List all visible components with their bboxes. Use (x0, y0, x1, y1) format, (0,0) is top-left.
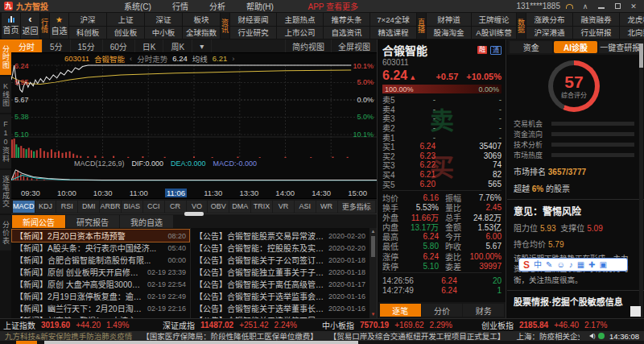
toolbar-button[interactable]: 王牌缠论 (472, 13, 516, 26)
indicator-tab[interactable]: ASI (295, 201, 316, 213)
toolbar-button[interactable]: 推荐头条 (324, 13, 369, 26)
news-scrollbar[interactable]: ▲ ▼ (369, 228, 377, 318)
favorites-button[interactable]: ★ 自选 (50, 13, 68, 39)
taskbar-app-indicator[interactable] (16, 341, 37, 344)
home-button[interactable]: 首页 (2, 13, 20, 39)
view-tab[interactable]: 逐笔成交 (0, 170, 11, 213)
toolbar-button[interactable]: 涨跌分布 (526, 13, 572, 26)
macd-pane[interactable] (11, 168, 377, 187)
green-status-icon[interactable] (598, 333, 605, 339)
quote-tab[interactable]: 财务 (463, 304, 504, 317)
announcement-item[interactable]: 【公告】合锻智能关于选举董事长及... 2020-01-16 (192, 302, 369, 314)
indicator-tab[interactable]: VR (273, 201, 294, 213)
indicator-tab[interactable]: DMA (229, 201, 250, 213)
toolbar-button[interactable]: 上市公司 (277, 27, 323, 39)
news-tab[interactable]: 新闻公告 (12, 215, 65, 228)
minimize-icon[interactable] (595, 2, 608, 10)
prev-stock-icon[interactable]: ‹ (130, 54, 132, 63)
ime-logo-icon[interactable]: S (523, 259, 530, 271)
scroll-down-icon[interactable]: ▼ (371, 312, 376, 317)
collapse-icon[interactable]: ∧ (579, 2, 592, 10)
ticker-item[interactable]: 【国家医疗保障局：阶段性降低职工医保单位缴费】 (142, 331, 318, 341)
index-quote[interactable]: 创业板指 2185.84 +46.40 2.17% (481, 319, 641, 331)
announcement-item[interactable]: 【公告】合锻智能：控股股东及实际... 2020-02-20 (192, 242, 369, 254)
toolbar-button[interactable]: 龙虎榜单 (620, 13, 644, 26)
toolbar-button[interactable]: 科创板 (69, 27, 106, 39)
quote-tab[interactable]: 分价 (422, 304, 463, 317)
restore-icon[interactable] (611, 2, 624, 10)
toolbar-button[interactable]: 自选资讯 (324, 27, 369, 39)
ticker-item[interactable]: 上海：防疫相关企业申请均可随时申请随时受理。 (516, 331, 580, 341)
news-item[interactable]: 【新闻】原创 创业板明天开启修复行... 02-19 23:39 (12, 266, 189, 278)
ai-tab[interactable]: AI诊股 (554, 41, 597, 53)
ime-tool-icon[interactable]: ▣ (599, 261, 606, 269)
news-item[interactable]: 【新闻】幽兰行天下：2月20日淘金早参 02-19 22:16 (12, 302, 189, 314)
toolbar-button[interactable]: A股训练营 (472, 27, 516, 39)
period-tab[interactable]: 60分 (103, 39, 135, 52)
ai-scrollbar[interactable] (639, 40, 643, 317)
announcement-item[interactable]: 【公告】合锻智能股票交易异常波动公告 2020-02-20 (192, 230, 369, 242)
indicator-tab[interactable]: CCI (143, 201, 164, 213)
toolbar-button[interactable]: 7×24全球 (370, 13, 416, 26)
toolbar-button[interactable]: 行业研究 (230, 27, 276, 39)
toolbar-button[interactable]: 沪深 (69, 13, 106, 26)
quote-tab[interactable]: 逐笔 (380, 304, 421, 317)
indicator-tab[interactable]: CR (165, 201, 186, 213)
scroll-up-icon[interactable]: ▲ (371, 229, 376, 234)
toolbar-button[interactable]: 全球指数 (183, 27, 220, 39)
toolbar-button[interactable]: 深证 (145, 13, 182, 26)
toolbar-button[interactable]: 板块 (183, 13, 220, 26)
ai-scroll-thumb[interactable] (639, 44, 643, 68)
announcement-item[interactable]: 【公告】合锻智能独立董事关于子公... 2020-01-18 (192, 266, 369, 278)
ai-tab[interactable]: 一键查研报 (599, 41, 642, 53)
menu-item[interactable]: 系统(C) (124, 0, 151, 12)
view-tab[interactable]: 分时图 (0, 39, 11, 75)
indicator-tab[interactable]: OBV (208, 201, 229, 213)
toolbar-button[interactable]: 股海淘金 (427, 27, 471, 39)
toolbar-button[interactable]: 财经要闻 (230, 13, 276, 26)
news-item[interactable]: 【新闻】2月19日涨停板复盘：逾万亿... 02-19 22:49 (12, 290, 189, 302)
period-tab[interactable]: 15分 (71, 39, 103, 52)
scroll-thumb[interactable] (371, 236, 375, 257)
news-tab[interactable]: 研究报告 (66, 215, 119, 228)
indicator-tab[interactable]: TRIX (251, 201, 272, 213)
indicator-tab[interactable]: VO (187, 201, 208, 213)
ime-tool-icon[interactable]: 中 (534, 261, 542, 269)
announcement-item[interactable]: 【公告】合锻智能关于选举监事会主... 2020-01-16 (192, 290, 369, 302)
news-tab[interactable]: 我的自选 (120, 215, 173, 228)
period-tab[interactable]: 周K (163, 39, 192, 52)
ai-tab[interactable]: 资金 (510, 41, 552, 53)
toolbar-button[interactable]: 沪深港通 (526, 27, 572, 39)
close-icon[interactable]: ✕ (627, 2, 640, 10)
indicator-tab[interactable]: WR (316, 201, 337, 213)
toolbar-button[interactable]: 创业板 (107, 27, 144, 39)
intraday-chart[interactable]: 6.24 5.95 5.67 5.38 5.10 10.1% 5.0% 0.0%… (11, 64, 377, 159)
ime-tool-icon[interactable]: ✎ (546, 261, 552, 269)
period-tab[interactable]: ▾ (192, 39, 212, 52)
ime-tool-icon[interactable]: ▦ (577, 261, 584, 269)
news-item[interactable]: 【新闻】A股头条：央行表示中国经济... 05:40 (12, 242, 189, 254)
view-tab[interactable]: 分价表 (0, 215, 11, 251)
toolbar-button[interactable]: 中小板 (145, 27, 182, 39)
index-quote[interactable]: 深证成指 11487.02 +251.42 2.24% (163, 319, 322, 331)
news-item[interactable]: 【新闻】合肥合锻智能制造股份有限... 00:00 (12, 254, 189, 266)
pane-resize-handle[interactable] (184, 212, 204, 216)
indicator-tab[interactable]: BIAS (122, 201, 142, 213)
index-quote[interactable]: 上证指数 3019.60 +44.20 1.49% (3, 319, 163, 331)
view-tab[interactable]: F10资料 (0, 114, 11, 168)
simple-view-button[interactable]: 简约视图 (285, 39, 331, 52)
indicator-tab[interactable]: KDJ (35, 201, 56, 213)
indicator-tab[interactable]: 更多指标 (338, 201, 376, 213)
speaker-icon[interactable] (589, 334, 593, 338)
toolbar-button[interactable]: 精选课程 (370, 27, 416, 39)
ime-tool-icon[interactable]: ♪ (569, 261, 573, 269)
ime-toolbar[interactable]: S 中✎☺♪▦✚▣ (518, 258, 628, 271)
ticker-lead[interactable]: 九方科技&新安保险携手防治肺炎疫情 (5, 331, 132, 341)
announcement-item[interactable]: 【公告】合锻智能关于离任高级管理... 2020-01-17 (192, 278, 369, 290)
indicator-tab[interactable]: MACD (13, 201, 35, 213)
indicator-tab[interactable]: DMI (78, 201, 99, 213)
customer-service-icon[interactable] (566, 4, 573, 9)
ime-tool-icon[interactable]: ☺ (556, 261, 564, 269)
back-button[interactable]: ‹ 返回 (21, 13, 39, 39)
toolbar-button[interactable]: 行业研报 (573, 27, 619, 39)
